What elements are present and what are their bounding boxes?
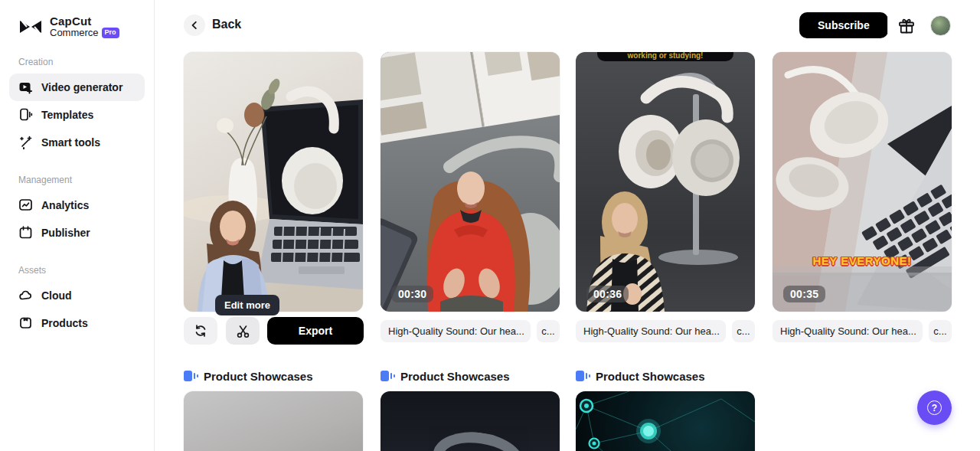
sidebar-item-cloud[interactable]: Cloud bbox=[9, 282, 145, 309]
duration-badge: 00:36 bbox=[586, 286, 629, 302]
capcut-logo[interactable]: CapCut Commerce Pro bbox=[0, 0, 154, 38]
magic-wand-icon bbox=[18, 135, 33, 149]
gift-button[interactable] bbox=[897, 16, 916, 36]
logo-name-bottom: Commerce bbox=[50, 28, 99, 38]
video-card-2[interactable]: 00:30 bbox=[381, 52, 560, 312]
edit-cut-button[interactable] bbox=[226, 317, 260, 345]
pro-badge: Pro bbox=[102, 28, 119, 38]
sidebar-item-label: Video generator bbox=[41, 81, 122, 93]
video-card-4[interactable]: HEY EVERYONE! 00:35 bbox=[773, 52, 952, 312]
logo-name-top: CapCut bbox=[50, 15, 119, 28]
cloud-icon bbox=[18, 288, 33, 302]
subscribe-button[interactable]: Subscribe bbox=[799, 12, 888, 38]
video-generator-icon bbox=[18, 80, 33, 94]
topbar-divider bbox=[887, 16, 888, 34]
showcase-icon bbox=[381, 370, 394, 382]
caption-pill[interactable]: High-Quality Sound: Our hea... bbox=[576, 320, 726, 342]
section-label-creation: Creation bbox=[0, 57, 154, 67]
showcase-thumb-2[interactable] bbox=[381, 391, 560, 451]
chevron-left-icon bbox=[189, 20, 200, 31]
caption-pill[interactable]: High-Quality Sound: Our hea... bbox=[773, 320, 923, 342]
capcut-logo-icon bbox=[18, 18, 43, 36]
tag-pill[interactable]: c... bbox=[732, 320, 755, 342]
video-preview-presenter-red-hoodie bbox=[381, 52, 560, 312]
video-text-overlay: HEY EVERYONE! bbox=[773, 254, 952, 267]
sidebar-item-video-generator[interactable]: Video generator bbox=[9, 74, 145, 101]
regenerate-button[interactable] bbox=[184, 317, 217, 345]
sidebar: CapCut Commerce Pro Creation Video gener… bbox=[0, 0, 155, 451]
video-card-1[interactable] bbox=[184, 52, 363, 312]
sidebar-item-smart-tools[interactable]: Smart tools bbox=[9, 129, 145, 156]
scissors-icon bbox=[236, 324, 250, 338]
sidebar-item-label: Smart tools bbox=[41, 136, 100, 149]
video-subtitle-text: working or studying! bbox=[628, 52, 704, 61]
showcase-heading-label: Product Showcases bbox=[204, 370, 313, 383]
video-preview-headphones-stand bbox=[576, 52, 755, 312]
sidebar-item-label: Publisher bbox=[41, 227, 90, 239]
video-preview-headphones-desk bbox=[184, 52, 363, 312]
showcase-heading-label: Product Showcases bbox=[400, 370, 510, 383]
video-subtitle-bar: working or studying! bbox=[597, 52, 733, 61]
back-label: Back bbox=[212, 18, 241, 31]
back-button[interactable] bbox=[184, 15, 205, 36]
main-content: Back Subscribe bbox=[155, 0, 980, 451]
showcase-heading-3: Product Showcases bbox=[576, 368, 705, 384]
help-button[interactable]: ? bbox=[917, 391, 952, 425]
templates-icon bbox=[18, 107, 33, 122]
app-window: CapCut Commerce Pro Creation Video gener… bbox=[0, 0, 980, 451]
tag-pill[interactable]: c... bbox=[929, 320, 952, 342]
analytics-icon bbox=[18, 198, 33, 212]
products-box-icon bbox=[18, 315, 33, 330]
duration-badge: 00:30 bbox=[391, 286, 433, 302]
tag-pill[interactable]: c... bbox=[537, 320, 560, 342]
showcase-thumb-1[interactable] bbox=[184, 391, 363, 451]
video-card-3[interactable]: working or studying! 00:36 bbox=[576, 52, 755, 312]
caption-pill[interactable]: High-Quality Sound: Our hea... bbox=[381, 320, 531, 342]
section-label-assets: Assets bbox=[0, 265, 154, 276]
export-button[interactable]: Export bbox=[267, 317, 364, 345]
showcase-heading-1: Product Showcases bbox=[184, 368, 313, 384]
sidebar-item-label: Analytics bbox=[41, 199, 89, 211]
showcase-heading-label: Product Showcases bbox=[596, 370, 705, 383]
sidebar-item-products[interactable]: Products bbox=[9, 309, 145, 337]
showcase-thumb-3[interactable] bbox=[576, 391, 755, 451]
showcase-heading-2: Product Showcases bbox=[381, 368, 510, 384]
showcase-icon bbox=[576, 370, 590, 382]
sidebar-item-label: Products bbox=[41, 317, 88, 329]
section-label-management: Management bbox=[0, 175, 154, 185]
gift-icon bbox=[897, 17, 916, 35]
sidebar-item-analytics[interactable]: Analytics bbox=[9, 191, 145, 219]
sidebar-item-publisher[interactable]: Publisher bbox=[9, 219, 145, 247]
help-icon: ? bbox=[927, 400, 942, 415]
edit-more-tooltip: Edit more bbox=[215, 295, 279, 315]
refresh-icon bbox=[194, 324, 207, 338]
video-preview-desk-overhead bbox=[773, 52, 952, 312]
sidebar-item-label: Cloud bbox=[41, 289, 72, 302]
user-avatar[interactable] bbox=[930, 15, 951, 36]
duration-badge: 00:35 bbox=[783, 286, 825, 302]
calendar-icon bbox=[18, 225, 33, 240]
showcase-icon bbox=[184, 370, 198, 382]
sidebar-item-label: Templates bbox=[41, 109, 93, 121]
sidebar-item-templates[interactable]: Templates bbox=[9, 101, 145, 129]
plexus-graphic bbox=[576, 391, 755, 451]
headphone-silhouette bbox=[430, 426, 528, 451]
